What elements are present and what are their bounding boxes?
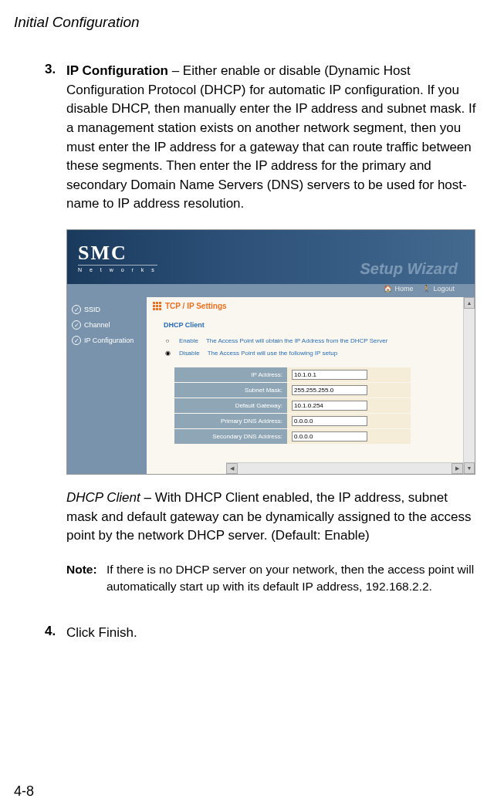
content-area: 3. IP Configuration – Either enable or d…	[45, 62, 481, 643]
ip-input[interactable]	[292, 370, 367, 380]
home-label: Home	[394, 285, 413, 293]
sidebar-ssid-label: SSID	[84, 306, 100, 313]
radio-disable-label: Disable	[179, 350, 200, 357]
dns2-label: Secondary DNS Address:	[174, 429, 287, 445]
list-body-3: IP Configuration – Either enable or disa…	[66, 62, 481, 214]
sidebar-item-channel[interactable]: ✓Channel	[67, 317, 147, 333]
row-gateway: Default Gateway:	[174, 398, 411, 414]
logo-sub: N e t w o r k s	[78, 265, 157, 272]
radio-enable-desc: The Access Point will obtain the IP Addr…	[206, 337, 387, 344]
list-number-3: 3.	[45, 62, 66, 214]
scroll-up-icon[interactable]: ▲	[464, 297, 475, 309]
smc-logo: SMC N e t w o r k s	[67, 242, 157, 272]
page-header: Initial Configuration	[14, 14, 481, 31]
setup-wizard-screenshot: SMC N e t w o r k s Setup Wizard 🏠 Home …	[66, 229, 475, 475]
logout-label: Logout	[433, 285, 455, 293]
check-icon: ✓	[72, 336, 81, 345]
dhcp-client-paragraph: DHCP Client – With DHCP Client enabled, …	[66, 489, 481, 546]
section-title: TCP / IP Settings	[153, 302, 475, 310]
radio-enable-row: ○ Enable The Access Point will obtain th…	[164, 337, 475, 344]
banner: SMC N e t w o r k s Setup Wizard	[67, 230, 475, 284]
subnet-label: Subnet Mask:	[174, 383, 287, 398]
dhcp-client-heading: DHCP Client	[164, 321, 475, 329]
dns1-input[interactable]	[292, 416, 367, 426]
home-link[interactable]: 🏠 Home	[384, 285, 413, 293]
sidebar-channel-label: Channel	[84, 321, 110, 329]
page-number: 4-8	[14, 783, 34, 800]
row-dns1: Primary DNS Address:	[174, 414, 411, 429]
check-icon: ✓	[72, 320, 81, 330]
scroll-right-icon[interactable]: ▶	[452, 463, 463, 474]
scroll-down-icon[interactable]: ▼	[464, 462, 475, 474]
settings-panel: TCP / IP Settings DHCP Client ○ Enable T…	[147, 297, 475, 474]
wizard-title: Setup Wizard	[360, 260, 458, 278]
gateway-input[interactable]	[292, 401, 367, 411]
list-item-3: 3. IP Configuration – Either enable or d…	[45, 62, 481, 214]
note-text: If there is no DHCP server on your netwo…	[107, 561, 481, 594]
ip-settings-table: IP Address: Subnet Mask: Default Gateway…	[174, 367, 411, 445]
dhcp-lead: DHCP Client –	[66, 490, 151, 505]
check-icon: ✓	[72, 305, 81, 314]
dns1-label: Primary DNS Address:	[174, 414, 287, 429]
radio-enable[interactable]: ○	[164, 337, 171, 344]
dots-icon	[153, 302, 161, 310]
sidebar-item-ssid[interactable]: ✓SSID	[67, 302, 147, 317]
sidebar: ✓SSID ✓Channel ✓IP Configuration	[67, 297, 147, 474]
row-dns2: Secondary DNS Address:	[174, 429, 411, 445]
sidebar-ipconfig-label: IP Configuration	[84, 337, 134, 344]
list-item-4: 4. Click Finish.	[45, 624, 481, 643]
horizontal-scrollbar[interactable]: ◀ ▶	[226, 462, 463, 474]
radio-enable-label: Enable	[179, 337, 198, 344]
dns2-input[interactable]	[292, 431, 367, 442]
note-label: Note:	[66, 561, 107, 594]
note-block: Note: If there is no DHCP server on your…	[66, 561, 481, 594]
gateway-label: Default Gateway:	[174, 398, 287, 414]
list-number-4: 4.	[45, 624, 66, 643]
list-body-4: Click Finish.	[66, 624, 137, 643]
top-strip: 🏠 Home 🚶 Logout	[67, 284, 475, 297]
item3-text: – Either enable or disable (Dynamic Host…	[66, 63, 475, 211]
logo-main: SMC	[78, 242, 157, 265]
radio-disable-desc: The Access Point will use the following …	[208, 350, 337, 357]
radio-disable[interactable]: ◉	[164, 349, 171, 357]
item3-title: IP Configuration	[66, 63, 168, 78]
radio-disable-row: ◉ Disable The Access Point will use the …	[164, 349, 475, 357]
top-links: 🏠 Home 🚶 Logout	[384, 285, 455, 293]
scroll-left-icon[interactable]: ◀	[226, 463, 238, 474]
ip-label: IP Address:	[174, 367, 287, 383]
row-subnet: Subnet Mask:	[174, 383, 411, 398]
subnet-input[interactable]	[292, 385, 367, 395]
vertical-scrollbar[interactable]: ▲ ▼	[463, 297, 475, 474]
logout-link[interactable]: 🚶 Logout	[422, 285, 455, 293]
section-title-text: TCP / IP Settings	[165, 302, 227, 310]
row-ip: IP Address:	[174, 367, 411, 383]
sidebar-item-ipconfig[interactable]: ✓IP Configuration	[67, 333, 147, 348]
main-area: ✓SSID ✓Channel ✓IP Configuration TCP / I…	[67, 297, 475, 474]
